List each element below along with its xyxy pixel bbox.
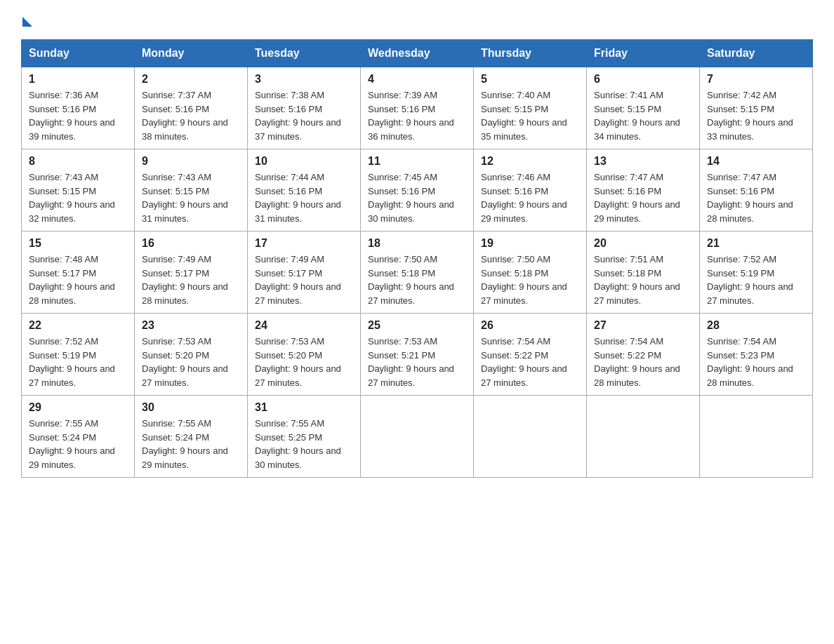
calendar-day: 21 Sunrise: 7:52 AMSunset: 5:19 PMDaylig… — [700, 232, 813, 314]
day-info: Sunrise: 7:54 AMSunset: 5:22 PMDaylight:… — [594, 336, 680, 388]
empty-cell — [700, 396, 813, 478]
day-info: Sunrise: 7:55 AMSunset: 5:25 PMDaylight:… — [255, 418, 341, 470]
day-info: Sunrise: 7:50 AMSunset: 5:18 PMDaylight:… — [368, 254, 454, 306]
calendar-table: SundayMondayTuesdayWednesdayThursdayFrid… — [21, 39, 813, 478]
calendar-header-row: SundayMondayTuesdayWednesdayThursdayFrid… — [22, 40, 813, 67]
calendar-day: 27 Sunrise: 7:54 AMSunset: 5:22 PMDaylig… — [587, 314, 700, 396]
day-header-monday: Monday — [135, 40, 248, 67]
page-header — [21, 14, 813, 27]
calendar-day: 3 Sunrise: 7:38 AMSunset: 5:16 PMDayligh… — [248, 67, 361, 149]
calendar-day: 23 Sunrise: 7:53 AMSunset: 5:20 PMDaylig… — [135, 314, 248, 396]
calendar-day: 2 Sunrise: 7:37 AMSunset: 5:16 PMDayligh… — [135, 67, 248, 149]
calendar-day: 10 Sunrise: 7:44 AMSunset: 5:16 PMDaylig… — [248, 149, 361, 232]
calendar-day: 31 Sunrise: 7:55 AMSunset: 5:25 PMDaylig… — [248, 396, 361, 478]
calendar-day: 25 Sunrise: 7:53 AMSunset: 5:21 PMDaylig… — [361, 314, 474, 396]
day-number: 9 — [142, 155, 240, 168]
day-number: 12 — [481, 155, 579, 168]
day-info: Sunrise: 7:53 AMSunset: 5:21 PMDaylight:… — [368, 336, 454, 388]
calendar-day: 24 Sunrise: 7:53 AMSunset: 5:20 PMDaylig… — [248, 314, 361, 396]
day-info: Sunrise: 7:38 AMSunset: 5:16 PMDaylight:… — [255, 90, 341, 142]
calendar-day: 30 Sunrise: 7:55 AMSunset: 5:24 PMDaylig… — [135, 396, 248, 478]
day-number: 8 — [29, 155, 127, 168]
day-info: Sunrise: 7:44 AMSunset: 5:16 PMDaylight:… — [255, 172, 341, 224]
day-number: 25 — [368, 319, 466, 332]
calendar-day: 15 Sunrise: 7:48 AMSunset: 5:17 PMDaylig… — [22, 232, 135, 314]
day-number: 27 — [594, 319, 692, 332]
day-number: 3 — [255, 73, 353, 86]
day-info: Sunrise: 7:49 AMSunset: 5:17 PMDaylight:… — [142, 254, 228, 306]
day-number: 19 — [481, 237, 579, 250]
calendar-day: 7 Sunrise: 7:42 AMSunset: 5:15 PMDayligh… — [700, 67, 813, 149]
day-number: 16 — [142, 237, 240, 250]
day-info: Sunrise: 7:39 AMSunset: 5:16 PMDaylight:… — [368, 90, 454, 142]
day-info: Sunrise: 7:53 AMSunset: 5:20 PMDaylight:… — [255, 336, 341, 388]
empty-cell — [474, 396, 587, 478]
empty-cell — [587, 396, 700, 478]
day-number: 13 — [594, 155, 692, 168]
day-number: 31 — [255, 401, 353, 414]
day-info: Sunrise: 7:54 AMSunset: 5:23 PMDaylight:… — [707, 336, 793, 388]
calendar-week-row: 22 Sunrise: 7:52 AMSunset: 5:19 PMDaylig… — [22, 314, 813, 396]
calendar-day: 13 Sunrise: 7:47 AMSunset: 5:16 PMDaylig… — [587, 149, 700, 232]
day-header-tuesday: Tuesday — [248, 40, 361, 67]
day-number: 18 — [368, 237, 466, 250]
day-header-friday: Friday — [587, 40, 700, 67]
calendar-day: 22 Sunrise: 7:52 AMSunset: 5:19 PMDaylig… — [22, 314, 135, 396]
day-info: Sunrise: 7:47 AMSunset: 5:16 PMDaylight:… — [594, 172, 680, 224]
calendar-week-row: 8 Sunrise: 7:43 AMSunset: 5:15 PMDayligh… — [22, 149, 813, 232]
calendar-day: 14 Sunrise: 7:47 AMSunset: 5:16 PMDaylig… — [700, 149, 813, 232]
day-number: 10 — [255, 155, 353, 168]
calendar-day: 19 Sunrise: 7:50 AMSunset: 5:18 PMDaylig… — [474, 232, 587, 314]
day-number: 11 — [368, 155, 466, 168]
day-number: 22 — [29, 319, 127, 332]
calendar-day: 6 Sunrise: 7:41 AMSunset: 5:15 PMDayligh… — [587, 67, 700, 149]
calendar-week-row: 15 Sunrise: 7:48 AMSunset: 5:17 PMDaylig… — [22, 232, 813, 314]
day-info: Sunrise: 7:46 AMSunset: 5:16 PMDaylight:… — [481, 172, 567, 224]
logo — [21, 14, 32, 27]
day-info: Sunrise: 7:49 AMSunset: 5:17 PMDaylight:… — [255, 254, 341, 306]
day-header-saturday: Saturday — [700, 40, 813, 67]
calendar-day: 16 Sunrise: 7:49 AMSunset: 5:17 PMDaylig… — [135, 232, 248, 314]
day-info: Sunrise: 7:55 AMSunset: 5:24 PMDaylight:… — [142, 418, 228, 470]
calendar-day: 4 Sunrise: 7:39 AMSunset: 5:16 PMDayligh… — [361, 67, 474, 149]
day-info: Sunrise: 7:47 AMSunset: 5:16 PMDaylight:… — [707, 172, 793, 224]
day-info: Sunrise: 7:43 AMSunset: 5:15 PMDaylight:… — [29, 172, 115, 224]
day-info: Sunrise: 7:37 AMSunset: 5:16 PMDaylight:… — [142, 90, 228, 142]
day-number: 20 — [594, 237, 692, 250]
day-number: 29 — [29, 401, 127, 414]
calendar-day: 26 Sunrise: 7:54 AMSunset: 5:22 PMDaylig… — [474, 314, 587, 396]
calendar-day: 5 Sunrise: 7:40 AMSunset: 5:15 PMDayligh… — [474, 67, 587, 149]
day-info: Sunrise: 7:40 AMSunset: 5:15 PMDaylight:… — [481, 90, 567, 142]
day-number: 24 — [255, 319, 353, 332]
empty-cell — [361, 396, 474, 478]
day-number: 2 — [142, 73, 240, 86]
calendar-day: 9 Sunrise: 7:43 AMSunset: 5:15 PMDayligh… — [135, 149, 248, 232]
day-info: Sunrise: 7:52 AMSunset: 5:19 PMDaylight:… — [707, 254, 793, 306]
calendar-day: 18 Sunrise: 7:50 AMSunset: 5:18 PMDaylig… — [361, 232, 474, 314]
day-header-wednesday: Wednesday — [361, 40, 474, 67]
day-info: Sunrise: 7:55 AMSunset: 5:24 PMDaylight:… — [29, 418, 115, 470]
day-number: 30 — [142, 401, 240, 414]
day-header-thursday: Thursday — [474, 40, 587, 67]
day-number: 5 — [481, 73, 579, 86]
day-info: Sunrise: 7:54 AMSunset: 5:22 PMDaylight:… — [481, 336, 567, 388]
calendar-day: 17 Sunrise: 7:49 AMSunset: 5:17 PMDaylig… — [248, 232, 361, 314]
day-info: Sunrise: 7:43 AMSunset: 5:15 PMDaylight:… — [142, 172, 228, 224]
day-info: Sunrise: 7:48 AMSunset: 5:17 PMDaylight:… — [29, 254, 115, 306]
day-info: Sunrise: 7:42 AMSunset: 5:15 PMDaylight:… — [707, 90, 793, 142]
day-number: 26 — [481, 319, 579, 332]
day-number: 23 — [142, 319, 240, 332]
day-number: 7 — [707, 73, 805, 86]
day-info: Sunrise: 7:41 AMSunset: 5:15 PMDaylight:… — [594, 90, 680, 142]
calendar-day: 12 Sunrise: 7:46 AMSunset: 5:16 PMDaylig… — [474, 149, 587, 232]
day-number: 21 — [707, 237, 805, 250]
day-info: Sunrise: 7:50 AMSunset: 5:18 PMDaylight:… — [481, 254, 567, 306]
day-number: 28 — [707, 319, 805, 332]
day-number: 1 — [29, 73, 127, 86]
logo-triangle-icon — [22, 17, 32, 27]
day-info: Sunrise: 7:52 AMSunset: 5:19 PMDaylight:… — [29, 336, 115, 388]
day-number: 6 — [594, 73, 692, 86]
day-info: Sunrise: 7:45 AMSunset: 5:16 PMDaylight:… — [368, 172, 454, 224]
calendar-day: 20 Sunrise: 7:51 AMSunset: 5:18 PMDaylig… — [587, 232, 700, 314]
day-info: Sunrise: 7:51 AMSunset: 5:18 PMDaylight:… — [594, 254, 680, 306]
